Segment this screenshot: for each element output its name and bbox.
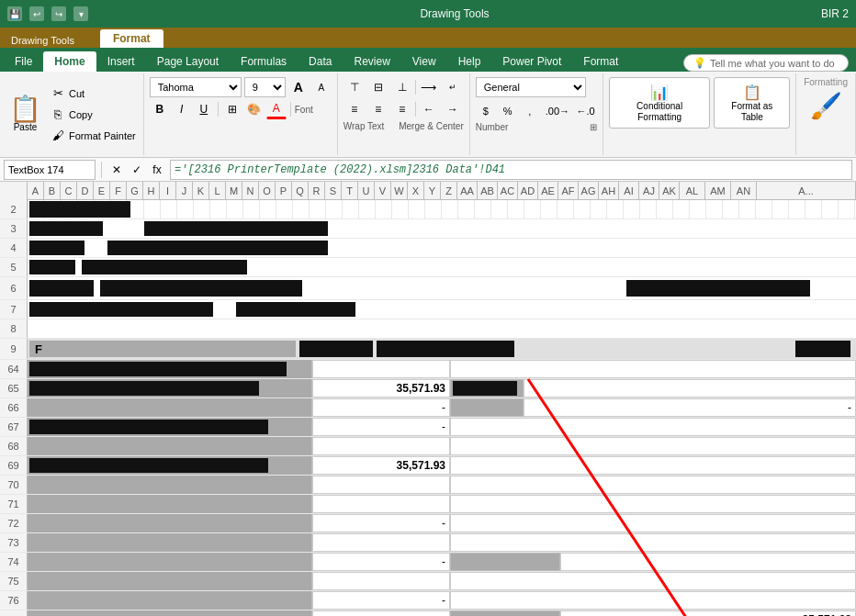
tab-help[interactable]: Help: [447, 51, 492, 72]
formula-cancel-btn[interactable]: ✕: [107, 161, 126, 179]
cut-button[interactable]: ✂ Cut: [47, 84, 140, 103]
formula-input[interactable]: [170, 160, 852, 180]
paste-button[interactable]: 📋 Paste: [4, 75, 47, 153]
col-header-aj[interactable]: AJ: [639, 182, 659, 200]
bold-button[interactable]: B: [150, 99, 170, 119]
row-64-right[interactable]: [450, 360, 856, 378]
col-header-e[interactable]: E: [94, 182, 110, 200]
col-header-n[interactable]: N: [242, 182, 259, 200]
row-69-mid[interactable]: 35,571.93: [312, 456, 450, 475]
row-num-65[interactable]: 65: [0, 379, 28, 398]
col-header-p[interactable]: P: [276, 182, 292, 200]
row-num-7[interactable]: 7: [0, 300, 28, 319]
col-header-m[interactable]: M: [226, 182, 242, 200]
tab-home[interactable]: Home: [43, 51, 96, 72]
currency-btn[interactable]: $: [476, 102, 496, 120]
col-header-ak[interactable]: AK: [659, 182, 680, 200]
col-header-l[interactable]: L: [209, 182, 226, 200]
italic-button[interactable]: I: [172, 99, 192, 119]
col-header-g[interactable]: G: [127, 182, 143, 200]
number-format-select[interactable]: General: [476, 77, 586, 97]
col-header-ab[interactable]: AB: [478, 182, 498, 200]
increase-indent-btn[interactable]: →: [442, 99, 464, 119]
decrease-decimal-btn[interactable]: ←.0: [573, 102, 597, 120]
row-num-6[interactable]: 6: [0, 277, 28, 299]
row-num-73[interactable]: 73: [0, 533, 28, 552]
row-65-mid[interactable]: 35,571.93: [312, 379, 450, 398]
col-header-w[interactable]: W: [391, 182, 408, 200]
quick-access-dropdown[interactable]: ▾: [73, 6, 88, 21]
row-71-mid[interactable]: [312, 495, 450, 513]
col-header-v[interactable]: V: [375, 182, 391, 200]
row-num-68[interactable]: 68: [0, 437, 28, 455]
align-middle-btn[interactable]: ⊟: [367, 77, 389, 97]
row-68-right[interactable]: [450, 437, 856, 455]
row-66-far-right[interactable]: -: [524, 398, 856, 417]
name-box[interactable]: [4, 160, 96, 180]
col-header-more[interactable]: A...: [757, 182, 856, 200]
number-expand-icon[interactable]: ⊞: [590, 122, 597, 132]
row-num-8[interactable]: 8: [0, 319, 28, 338]
col-header-ad[interactable]: AD: [518, 182, 538, 200]
col-header-i[interactable]: I: [160, 182, 176, 200]
col-header-ai[interactable]: AI: [619, 182, 639, 200]
font-size-select[interactable]: 9: [244, 77, 286, 97]
row-73-right[interactable]: [450, 533, 856, 552]
col-header-ag[interactable]: AG: [579, 182, 599, 200]
col-header-q[interactable]: Q: [292, 182, 309, 200]
row-num-77[interactable]: 77: [0, 610, 28, 616]
tab-data[interactable]: Data: [298, 51, 343, 72]
decrease-font-btn[interactable]: A: [311, 77, 332, 97]
row-68-mid[interactable]: [312, 437, 450, 455]
row-num-4[interactable]: 4: [0, 239, 28, 257]
col-header-al[interactable]: AL: [680, 182, 705, 200]
col-header-k[interactable]: K: [193, 182, 209, 200]
row-num-9[interactable]: 9: [0, 339, 28, 359]
row-65-far-right[interactable]: [524, 379, 856, 398]
increase-font-btn[interactable]: A: [288, 77, 309, 97]
row-76-mid[interactable]: -: [312, 591, 450, 610]
increase-decimal-btn[interactable]: .00→: [542, 102, 571, 120]
fill-color-button[interactable]: 🎨: [244, 99, 265, 119]
row-75-right[interactable]: [450, 572, 856, 590]
formula-confirm-btn[interactable]: ✓: [128, 161, 146, 179]
angle-text-btn[interactable]: ⟶: [418, 77, 440, 97]
col-header-af[interactable]: AF: [558, 182, 579, 200]
underline-button[interactable]: U: [194, 99, 214, 119]
col-header-x[interactable]: X: [408, 182, 424, 200]
row-num-2[interactable]: 2: [0, 200, 28, 218]
conditional-formatting-btn[interactable]: 📊 Conditional Formatting: [609, 77, 711, 129]
col-header-z[interactable]: Z: [441, 182, 457, 200]
format-painter-button[interactable]: 🖌 Format Painter: [47, 127, 140, 145]
col-header-ah[interactable]: AH: [599, 182, 619, 200]
comma-btn[interactable]: ,: [520, 102, 540, 120]
row-77-mid[interactable]: [312, 610, 450, 616]
col-header-u[interactable]: U: [358, 182, 375, 200]
row-70-mid[interactable]: [312, 476, 450, 494]
wrap-text-btn[interactable]: ↵: [442, 77, 464, 97]
row-73-mid[interactable]: [312, 533, 450, 552]
row-75-mid[interactable]: [312, 572, 450, 590]
tab-formulas[interactable]: Formulas: [230, 51, 298, 72]
left-align-btn[interactable]: ≡: [344, 99, 366, 119]
row-71-right[interactable]: [450, 495, 856, 513]
col-header-ac[interactable]: AC: [498, 182, 518, 200]
col-header-y[interactable]: Y: [424, 182, 441, 200]
align-bottom-btn[interactable]: ⊥: [391, 77, 413, 97]
tell-me-input[interactable]: 💡 Tell me what you want to do: [683, 54, 849, 72]
font-color-button[interactable]: A: [266, 99, 287, 119]
formula-function-btn[interactable]: fx: [148, 161, 166, 179]
row-num-64[interactable]: 64: [0, 360, 28, 378]
percent-btn[interactable]: %: [498, 102, 518, 120]
row-77-right[interactable]: 35,571.93: [560, 610, 856, 616]
col-header-f[interactable]: F: [110, 182, 127, 200]
format-tab[interactable]: Format: [100, 29, 163, 48]
tab-file[interactable]: File: [4, 51, 43, 72]
tab-format[interactable]: Format: [572, 51, 629, 72]
copy-button[interactable]: ⎘ Copy: [47, 106, 140, 124]
redo-icon[interactable]: ↪: [51, 6, 66, 21]
row-num-69[interactable]: 69: [0, 456, 28, 475]
tab-insert[interactable]: Insert: [96, 51, 146, 72]
col-header-b[interactable]: B: [44, 182, 61, 200]
row-num-67[interactable]: 67: [0, 418, 28, 436]
